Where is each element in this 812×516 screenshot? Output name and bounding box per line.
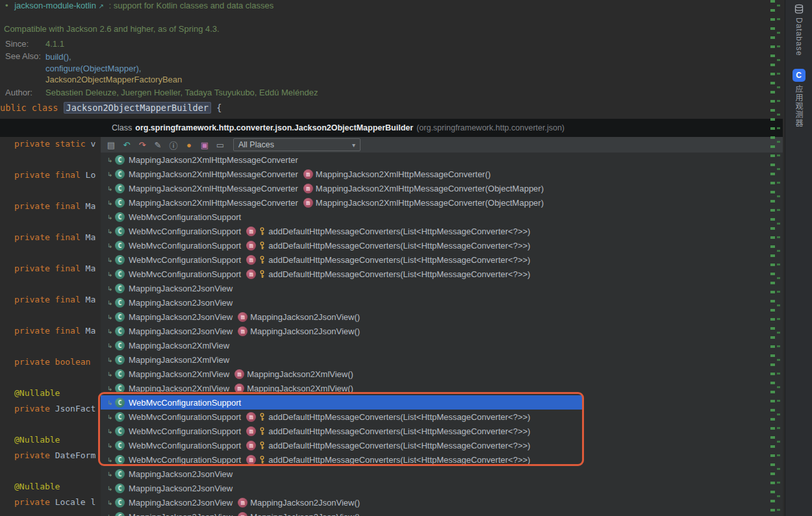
usage-arrow-icon: ↳ bbox=[107, 313, 115, 321]
external-link-icon: ↗ bbox=[99, 3, 104, 10]
usage-row[interactable]: ↳ C WebMvcConfigurationSupport m addDefa… bbox=[101, 424, 783, 438]
usage-arrow-icon: ↳ bbox=[107, 456, 115, 463]
class-name: MappingJackson2JsonView bbox=[129, 484, 233, 493]
database-label: Database bbox=[794, 18, 804, 56]
usage-row[interactable]: ↳ C WebMvcConfigurationSupport m addDefa… bbox=[101, 238, 783, 252]
usage-row[interactable]: ↳ C MappingJackson2JsonView m MappingJac… bbox=[101, 495, 783, 510]
usage-row[interactable]: ↳ C MappingJackson2XmlView m bbox=[101, 352, 783, 367]
method-icon: m bbox=[246, 227, 256, 236]
author-value: Sebastien Deleuze, Juergen Hoeller, Tada… bbox=[45, 88, 318, 97]
usage-row[interactable]: ↳ C WebMvcConfigurationSupport m bbox=[101, 210, 783, 224]
observer-tool-button[interactable]: C 应用观测器 bbox=[793, 56, 806, 127]
class-name: WebMvcConfigurationSupport bbox=[129, 441, 241, 450]
class-icon: C bbox=[115, 255, 125, 265]
see-also-list: build(),configure(ObjectMapper),Jackson2… bbox=[45, 51, 182, 86]
usage-row[interactable]: ↳ C MappingJackson2JsonView m bbox=[101, 481, 783, 495]
code-field-line: private JsonFact bbox=[14, 404, 95, 413]
code-field-line: private final Ma bbox=[14, 326, 95, 336]
author-label: Author: bbox=[5, 88, 32, 97]
class-icon: C bbox=[115, 369, 125, 379]
module-link[interactable]: jackson-module-kotlin bbox=[14, 1, 96, 10]
method-icon: m bbox=[246, 269, 256, 279]
usage-row[interactable]: ↳ C WebMvcConfigurationSupport m bbox=[101, 395, 783, 410]
usage-row[interactable]: ↳ C MappingJackson2JsonView m bbox=[101, 281, 783, 295]
code-field-line: private static v bbox=[14, 139, 95, 149]
protected-key-icon bbox=[259, 456, 266, 464]
header-kind-label: Class bbox=[112, 123, 132, 132]
code-field-line: private final Lo bbox=[14, 170, 95, 180]
usage-row[interactable]: ↳ C MappingJackson2XmlHttpMessageConvert… bbox=[101, 195, 783, 210]
preview-icon[interactable]: ▣ bbox=[197, 138, 212, 151]
see-also-link[interactable]: configure(ObjectMapper), bbox=[45, 63, 182, 75]
usage-row[interactable]: ↳ C WebMvcConfigurationSupport m addDefa… bbox=[101, 267, 783, 281]
class-name: MappingJackson2JsonView bbox=[129, 512, 233, 516]
usage-row[interactable]: ↳ C WebMvcConfigurationSupport m addDefa… bbox=[101, 452, 783, 467]
usage-arrow-icon: ↳ bbox=[107, 242, 115, 249]
since-value: 4.1.1 bbox=[45, 39, 64, 49]
usage-row[interactable]: ↳ C MappingJackson2XmlView m MappingJack… bbox=[101, 367, 783, 381]
class-name: MappingJackson2JsonView bbox=[129, 298, 233, 308]
usage-arrow-icon: ↳ bbox=[107, 485, 115, 492]
class-icon: C bbox=[115, 398, 125, 408]
usage-row[interactable]: ↳ C WebMvcConfigurationSupport m addDefa… bbox=[101, 224, 783, 238]
usage-row[interactable]: ↳ C WebMvcConfigurationSupport m addDefa… bbox=[101, 410, 783, 424]
next-usage-icon[interactable]: ↷ bbox=[134, 138, 150, 151]
protected-key-icon bbox=[259, 241, 266, 250]
status-dot-icon[interactable]: ● bbox=[181, 138, 197, 151]
prev-usage-icon[interactable]: ↶ bbox=[119, 138, 134, 151]
class-icon: C bbox=[115, 269, 125, 279]
observer-label: 应用观测器 bbox=[793, 85, 804, 127]
class-icon: C bbox=[115, 498, 125, 508]
usage-row[interactable]: ↳ C MappingJackson2JsonView m bbox=[101, 467, 783, 481]
usage-row[interactable]: ↳ C MappingJackson2XmlView m MappingJack… bbox=[101, 381, 783, 395]
usage-row[interactable]: ↳ C MappingJackson2XmlView m bbox=[101, 338, 783, 352]
edit-scope-icon[interactable]: ✎ bbox=[150, 138, 166, 151]
database-icon bbox=[794, 4, 804, 14]
monitor-icon[interactable]: ▭ bbox=[212, 138, 228, 151]
usage-row[interactable]: ↳ C MappingJackson2JsonView m MappingJac… bbox=[101, 324, 783, 338]
see-also-label: See Also: bbox=[5, 51, 41, 61]
usage-row[interactable]: ↳ C MappingJackson2JsonView m MappingJac… bbox=[101, 310, 783, 324]
class-name: MappingJackson2XmlView bbox=[129, 384, 229, 393]
usage-row[interactable]: ↳ C MappingJackson2JsonView m bbox=[101, 295, 783, 310]
method-icon: m bbox=[238, 312, 247, 322]
doc-compatibility: Compatible with Jackson 2.6 and higher, … bbox=[4, 24, 220, 34]
class-name: WebMvcConfigurationSupport bbox=[129, 241, 241, 251]
usage-arrow-icon: ↳ bbox=[107, 299, 115, 306]
database-tool-button[interactable]: Database bbox=[794, 4, 804, 56]
class-icon: C bbox=[115, 241, 125, 251]
class-name: MappingJackson2XmlView bbox=[129, 355, 229, 365]
class-name-highlight: Jackson2ObjectMapperBuilder bbox=[64, 102, 211, 114]
usage-row[interactable]: ↳ C MappingJackson2XmlHttpMessageConvert… bbox=[101, 181, 783, 195]
class-icon: C bbox=[115, 298, 125, 308]
class-name: MappingJackson2XmlHttpMessageConverter bbox=[129, 198, 298, 208]
group-by-type-icon[interactable]: ▤ bbox=[103, 138, 119, 151]
method-icon: m bbox=[303, 184, 313, 193]
code-field-line: @Nullable bbox=[14, 388, 60, 398]
usage-row[interactable]: ↳ C MappingJackson2JsonView m MappingJac… bbox=[101, 510, 783, 516]
scope-select[interactable]: All Places ▾ bbox=[233, 138, 361, 151]
see-also-link[interactable]: build(), bbox=[45, 51, 182, 63]
class-name: WebMvcConfigurationSupport bbox=[129, 426, 241, 436]
class-icon: C bbox=[115, 484, 125, 493]
see-also-link[interactable]: Jackson2ObjectMapperFactoryBean bbox=[45, 74, 182, 86]
method-icon: m bbox=[238, 326, 247, 336]
protected-key-icon bbox=[259, 413, 266, 421]
open-brace: { bbox=[216, 103, 222, 113]
usage-row[interactable]: ↳ C WebMvcConfigurationSupport m addDefa… bbox=[101, 252, 783, 267]
usage-row[interactable]: ↳ C MappingJackson2XmlHttpMessageConvert… bbox=[101, 167, 783, 181]
method-icon: m bbox=[235, 384, 244, 393]
method-icon: m bbox=[246, 455, 256, 465]
code-field-line: private DateForm bbox=[14, 450, 95, 460]
method-signature: addDefaultHttpMessageConverters(List<Htt… bbox=[268, 455, 530, 465]
info-icon[interactable]: ⓘ bbox=[166, 138, 181, 151]
usage-arrow-icon: ↳ bbox=[107, 356, 115, 363]
usage-arrow-icon: ↳ bbox=[107, 256, 115, 264]
class-declaration-line: ublic class Jackson2ObjectMapperBuilder … bbox=[0, 103, 222, 113]
usage-arrow-icon: ↳ bbox=[107, 342, 115, 349]
usage-row[interactable]: ↳ C MappingJackson2XmlHttpMessageConvert… bbox=[101, 153, 783, 167]
method-icon: m bbox=[235, 369, 244, 379]
usage-row[interactable]: ↳ C WebMvcConfigurationSupport m addDefa… bbox=[101, 438, 783, 452]
right-tool-stripe: Database C 应用观测器 bbox=[785, 0, 812, 516]
usage-arrow-icon: ↳ bbox=[107, 156, 115, 164]
